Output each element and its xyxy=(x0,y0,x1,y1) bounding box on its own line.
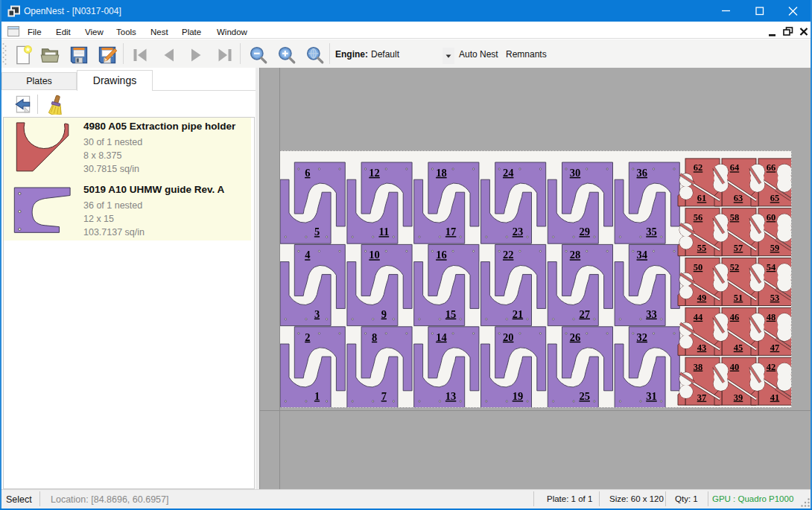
svg-text:64: 64 xyxy=(730,162,740,173)
svg-text:21: 21 xyxy=(513,308,524,320)
svg-text:32: 32 xyxy=(637,331,648,343)
svg-text:31: 31 xyxy=(646,390,657,402)
svg-text:39: 39 xyxy=(734,392,743,403)
svg-text:16: 16 xyxy=(436,249,447,261)
svg-text:11: 11 xyxy=(378,226,389,238)
svg-text:26: 26 xyxy=(570,331,581,343)
svg-text:42: 42 xyxy=(767,362,776,372)
svg-text:62: 62 xyxy=(694,162,703,173)
svg-text:44: 44 xyxy=(694,312,703,322)
svg-text:6: 6 xyxy=(305,167,310,179)
svg-text:7: 7 xyxy=(381,390,387,402)
svg-text:24: 24 xyxy=(503,167,514,179)
svg-text:46: 46 xyxy=(730,312,740,322)
svg-text:23: 23 xyxy=(513,226,524,238)
svg-text:41: 41 xyxy=(770,392,780,403)
svg-text:47: 47 xyxy=(770,342,780,353)
svg-text:17: 17 xyxy=(445,226,457,238)
svg-text:57: 57 xyxy=(734,243,743,253)
svg-text:12: 12 xyxy=(369,167,380,179)
svg-text:29: 29 xyxy=(579,226,590,238)
svg-text:14: 14 xyxy=(436,331,447,343)
svg-text:2: 2 xyxy=(305,331,310,343)
svg-text:5: 5 xyxy=(314,226,320,238)
svg-text:43: 43 xyxy=(697,342,707,353)
svg-text:66: 66 xyxy=(767,162,776,173)
svg-text:20: 20 xyxy=(503,331,514,343)
svg-text:48: 48 xyxy=(767,312,776,322)
svg-text:55: 55 xyxy=(697,243,707,253)
svg-text:45: 45 xyxy=(734,342,743,353)
svg-text:34: 34 xyxy=(637,249,648,261)
svg-text:28: 28 xyxy=(570,249,581,261)
svg-text:63: 63 xyxy=(734,193,743,203)
svg-text:3: 3 xyxy=(314,308,320,320)
svg-text:52: 52 xyxy=(730,262,740,272)
svg-text:25: 25 xyxy=(579,390,590,402)
svg-text:37: 37 xyxy=(697,392,707,403)
svg-text:38: 38 xyxy=(694,362,703,372)
svg-text:50: 50 xyxy=(694,262,703,272)
svg-text:10: 10 xyxy=(369,249,380,261)
svg-text:54: 54 xyxy=(767,262,776,272)
svg-text:27: 27 xyxy=(579,308,590,320)
svg-text:59: 59 xyxy=(770,243,780,253)
svg-text:65: 65 xyxy=(770,193,780,203)
svg-text:58: 58 xyxy=(730,212,740,223)
svg-text:61: 61 xyxy=(697,193,707,203)
svg-text:22: 22 xyxy=(503,249,514,261)
svg-text:13: 13 xyxy=(445,390,457,402)
svg-text:36: 36 xyxy=(637,167,648,179)
svg-text:35: 35 xyxy=(646,226,657,238)
svg-text:51: 51 xyxy=(734,293,743,303)
svg-text:60: 60 xyxy=(767,212,776,223)
svg-text:30: 30 xyxy=(570,167,581,179)
svg-text:40: 40 xyxy=(730,362,740,372)
svg-text:53: 53 xyxy=(770,293,780,303)
svg-text:1: 1 xyxy=(314,390,320,402)
svg-text:9: 9 xyxy=(381,308,387,320)
svg-text:15: 15 xyxy=(445,308,457,320)
svg-text:49: 49 xyxy=(697,293,707,303)
svg-text:4: 4 xyxy=(305,249,310,261)
svg-text:56: 56 xyxy=(694,212,703,223)
svg-text:8: 8 xyxy=(372,331,377,343)
svg-text:33: 33 xyxy=(646,308,657,320)
svg-text:18: 18 xyxy=(436,167,447,179)
svg-text:19: 19 xyxy=(513,390,524,402)
